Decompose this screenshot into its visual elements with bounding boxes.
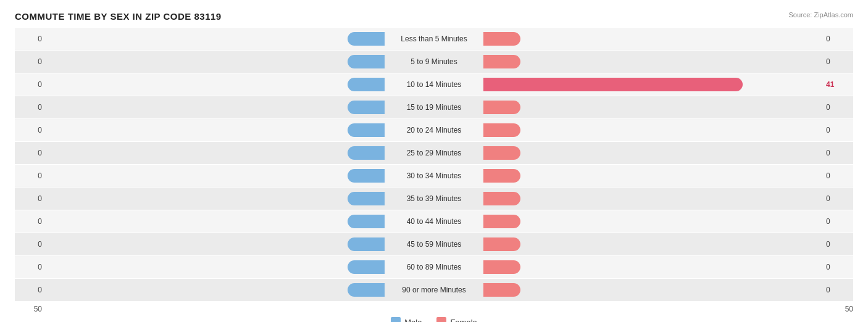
left-value: 0 — [15, 126, 46, 134]
legend-female-box — [436, 317, 446, 322]
right-value: 0 — [822, 286, 853, 294]
female-bar — [483, 283, 520, 297]
female-bar — [483, 215, 520, 228]
left-value: 0 — [15, 217, 46, 226]
male-bar — [348, 215, 385, 228]
left-value: 0 — [15, 35, 46, 43]
row-label: 25 to 29 Minutes — [385, 149, 483, 157]
row-label: 5 to 9 Minutes — [385, 57, 483, 66]
male-bar — [348, 283, 385, 297]
row-label: 20 to 24 Minutes — [385, 126, 483, 134]
row-label: 60 to 89 Minutes — [385, 263, 483, 271]
female-bar — [483, 123, 520, 137]
legend-male: Male — [391, 317, 422, 322]
legend-male-label: Male — [404, 318, 422, 323]
male-bar-wrap — [46, 283, 385, 297]
row-label: Less than 5 Minutes — [385, 35, 483, 43]
source-label: Source: ZipAtlas.com — [788, 11, 853, 19]
bars-center: 10 to 14 Minutes — [46, 73, 822, 96]
bars-center: 45 to 59 Minutes — [46, 233, 822, 255]
female-bar-wrap — [483, 123, 822, 137]
left-value: 0 — [15, 171, 46, 180]
left-value: 0 — [15, 57, 46, 66]
left-value: 0 — [15, 286, 46, 294]
left-value: 0 — [15, 103, 46, 112]
bar-row: 045 to 59 Minutes0 — [15, 233, 853, 255]
female-bar — [483, 146, 520, 160]
bar-row: 040 to 44 Minutes0 — [15, 210, 853, 233]
left-value: 0 — [15, 194, 46, 203]
right-value: 0 — [822, 171, 853, 180]
female-bar — [483, 55, 520, 68]
female-bar-wrap — [483, 55, 822, 68]
male-bar — [348, 123, 385, 137]
male-bar-wrap — [46, 55, 385, 68]
legend-female-label: Female — [450, 318, 477, 323]
row-label: 35 to 39 Minutes — [385, 194, 483, 203]
row-label: 45 to 59 Minutes — [385, 240, 483, 249]
row-label: 10 to 14 Minutes — [385, 80, 483, 89]
right-value: 0 — [822, 194, 853, 203]
female-bar — [483, 192, 520, 205]
right-value: 0 — [822, 263, 853, 271]
female-bar — [483, 260, 520, 274]
male-bar — [348, 260, 385, 274]
male-bar — [348, 78, 385, 91]
row-label: 40 to 44 Minutes — [385, 217, 483, 226]
left-value: 0 — [15, 80, 46, 89]
chart-title: COMMUTE TIME BY SEX IN ZIP CODE 83119 — [15, 11, 853, 22]
bars-center: 30 to 34 Minutes — [46, 165, 822, 187]
bar-row: 030 to 34 Minutes0 — [15, 165, 853, 187]
bars-center: 35 to 39 Minutes — [46, 188, 822, 210]
bar-row: 090 or more Minutes0 — [15, 279, 853, 301]
female-bar-wrap — [483, 215, 822, 228]
bar-row: 015 to 19 Minutes0 — [15, 96, 853, 118]
main-container: COMMUTE TIME BY SEX IN ZIP CODE 83119 So… — [0, 0, 868, 322]
male-bar — [348, 55, 385, 68]
left-value: 0 — [15, 240, 46, 249]
bars-center: Less than 5 Minutes — [46, 28, 822, 50]
male-bar-wrap — [46, 192, 385, 205]
right-value: 0 — [822, 149, 853, 157]
left-value: 0 — [15, 263, 46, 271]
right-value: 0 — [822, 57, 853, 66]
bars-center: 5 to 9 Minutes — [46, 51, 822, 73]
row-label: 15 to 19 Minutes — [385, 103, 483, 112]
male-bar — [348, 237, 385, 251]
legend-female: Female — [436, 317, 477, 322]
legend: Male Female — [15, 317, 853, 322]
right-value: 0 — [822, 126, 853, 134]
male-bar — [348, 32, 385, 46]
bars-center: 20 to 24 Minutes — [46, 119, 822, 141]
female-bar — [483, 237, 520, 251]
male-bar — [348, 192, 385, 205]
male-bar-wrap — [46, 78, 385, 91]
female-bar-wrap — [483, 192, 822, 205]
x-left-label: 50 — [15, 305, 46, 313]
bar-row: 060 to 89 Minutes0 — [15, 256, 853, 278]
right-value: 0 — [822, 240, 853, 249]
female-bar-wrap — [483, 146, 822, 160]
male-bar — [348, 146, 385, 160]
x-axis: 50 50 — [15, 305, 853, 313]
bar-row: 020 to 24 Minutes0 — [15, 119, 853, 141]
bar-row: 010 to 14 Minutes41 — [15, 73, 853, 96]
right-value: 0 — [822, 217, 853, 226]
bars-center: 15 to 19 Minutes — [46, 96, 822, 118]
row-label: 90 or more Minutes — [385, 286, 483, 294]
female-bar-wrap — [483, 101, 822, 114]
female-bar-wrap — [483, 283, 822, 297]
right-value: 0 — [822, 35, 853, 43]
male-bar-wrap — [46, 101, 385, 114]
male-bar-wrap — [46, 260, 385, 274]
female-bar-wrap — [483, 260, 822, 274]
male-bar-wrap — [46, 146, 385, 160]
left-value: 0 — [15, 149, 46, 157]
female-bar-wrap — [483, 237, 822, 251]
male-bar-wrap — [46, 215, 385, 228]
male-bar — [348, 101, 385, 114]
male-bar-wrap — [46, 123, 385, 137]
bars-center: 40 to 44 Minutes — [46, 210, 822, 233]
bar-row: 0Less than 5 Minutes0 — [15, 28, 853, 50]
legend-male-box — [391, 317, 401, 322]
